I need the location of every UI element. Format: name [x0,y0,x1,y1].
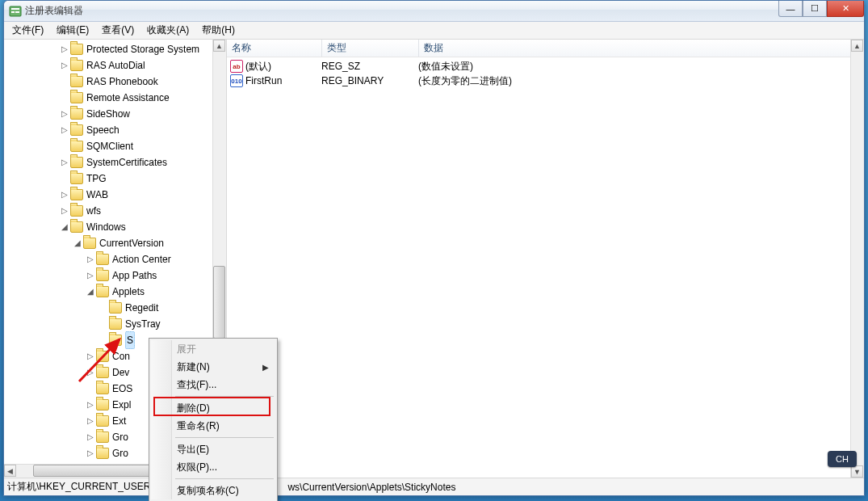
tree-label[interactable]: SideShow [86,106,130,122]
menu-file[interactable]: 文件(F) [6,22,50,39]
folder-icon [70,44,83,55]
cm-export[interactable]: 导出(E) [151,440,275,458]
tree-node[interactable]: ▷App Paths [7,267,226,284]
window-title: 注册表编辑器 [25,4,83,18]
menu-favorites[interactable]: 收藏夹(A) [140,22,195,39]
cm-delete[interactable]: 删除(D) [151,399,275,417]
expand-icon[interactable]: ▷ [85,413,96,429]
tree-label[interactable]: WAB [86,187,108,203]
scroll-down-button[interactable]: ▼ [851,465,863,478]
tree-node[interactable]: ▷TPG [7,171,226,187]
scroll-up-button[interactable]: ▲ [213,40,225,52]
tree-label[interactable]: Protected Storage System [86,41,199,57]
tree-label[interactable]: Windows [86,219,126,235]
scroll-thumb[interactable] [213,266,225,339]
expand-icon[interactable]: ◢ [59,219,70,235]
tree-node[interactable]: ▷Action Center [7,251,226,267]
tree-label[interactable]: Expl [112,397,131,413]
tree-node[interactable]: ▷Protected Storage System [7,41,226,57]
values-scrollbar-vertical[interactable]: ▲ ▼ [850,40,864,478]
ime-indicator[interactable]: CH [828,451,857,467]
tree-node[interactable]: ▷WAB [7,187,226,203]
tree-node[interactable]: ◢CurrentVersion [7,235,226,251]
titlebar[interactable]: 注册表编辑器 — ☐ ✕ [4,1,864,22]
expand-icon[interactable]: ▷ [59,154,70,171]
cm-permissions[interactable]: 权限(P)... [151,458,275,476]
tree-node[interactable]: ▷Remote Assistance [7,90,226,106]
close-button[interactable]: ✕ [827,1,864,17]
tree-label[interactable]: EOS [112,381,132,397]
tree-label[interactable]: Dev [112,364,129,381]
tree-label[interactable]: S [125,331,135,349]
cm-rename[interactable]: 重命名(R) [151,417,275,435]
expand-icon[interactable]: ▷ [59,41,70,57]
expand-icon[interactable]: ▷ [59,187,70,203]
folder-icon [70,173,83,184]
value-type: REG_BINARY [321,75,418,86]
tree-node[interactable]: ◢Applets [7,284,226,300]
menu-help[interactable]: 帮助(H) [195,22,241,39]
tree-label[interactable]: SystemCertificates [86,154,167,171]
scroll-left-button[interactable]: ◀ [4,465,16,477]
expand-icon[interactable]: ▷ [85,251,96,267]
expand-icon[interactable]: ▷ [85,429,96,445]
expand-icon[interactable]: ◢ [72,235,83,251]
tree-label[interactable]: CurrentVersion [99,235,164,251]
tree-label[interactable]: Regedit [125,300,158,316]
expand-icon[interactable]: ◢ [85,284,96,300]
tree-node[interactable]: ▷Speech [7,122,226,138]
tree-label[interactable]: TPG [86,171,107,187]
scroll-up-button[interactable]: ▲ [851,40,863,52]
tree-label[interactable]: Ext [112,413,126,429]
menu-view[interactable]: 查看(V) [95,22,140,39]
expand-icon[interactable]: ▷ [85,348,96,364]
col-name[interactable]: 名称 [227,40,322,57]
tree-label[interactable]: RAS AutoDial [86,57,145,74]
menu-edit[interactable]: 编辑(E) [50,22,95,39]
value-row[interactable]: 010FirstRunREG_BINARY(长度为零的二进制值) [227,74,864,88]
tree-label[interactable]: App Paths [112,267,157,284]
tree-node[interactable]: ▷SideShow [7,106,226,122]
tree-node[interactable]: ▷SystemCertificates [7,154,226,171]
tree-node[interactable]: ▷RAS AutoDial [7,57,226,74]
tree-label[interactable]: Speech [86,122,120,138]
tree-node[interactable]: ▷RAS Phonebook [7,74,226,90]
cm-copy-key-name[interactable]: 复制项名称(C) [151,482,275,499]
cm-expand[interactable]: 展开 [151,340,275,358]
col-type[interactable]: 类型 [322,40,419,57]
tree-label[interactable]: Action Center [112,251,171,267]
maximize-button[interactable]: ☐ [803,1,827,17]
tree-node[interactable]: ▷SysTray [7,316,226,332]
expand-icon[interactable]: ▷ [85,267,96,284]
menubar: 文件(F) 编辑(E) 查看(V) 收藏夹(A) 帮助(H) [4,22,864,40]
tree-label[interactable]: SysTray [125,316,161,332]
expand-icon[interactable]: ▷ [59,122,70,138]
tree-label[interactable]: wfs [86,203,101,219]
expand-icon[interactable]: ▷ [59,106,70,122]
tree-node[interactable]: ▷wfs [7,203,226,219]
scroll-thumb[interactable] [33,465,162,477]
expand-icon[interactable]: ▷ [85,364,96,381]
value-row[interactable]: ab(默认)REG_SZ(数值未设置) [227,59,864,74]
cm-new[interactable]: 新建(N)▶ [151,358,275,376]
cm-find[interactable]: 查找(F)... [151,376,275,394]
col-data[interactable]: 数据 [419,40,864,57]
tree-label[interactable]: Con [112,348,130,364]
expand-icon[interactable]: ▷ [85,445,96,461]
minimize-button[interactable]: — [778,1,803,17]
expand-icon[interactable]: ▷ [59,57,70,74]
tree-node[interactable]: ▷SQMClient [7,138,226,154]
expand-icon[interactable]: ▷ [85,397,96,413]
tree-label[interactable]: Gro [112,445,128,461]
tree-node[interactable]: ◢Windows [7,219,226,235]
tree-label[interactable]: Applets [112,284,145,300]
folder-icon [70,221,83,233]
tree-label[interactable]: SQMClient [86,138,133,154]
values-list[interactable]: ab(默认)REG_SZ(数值未设置)010FirstRunREG_BINARY… [227,57,864,478]
list-header[interactable]: 名称 类型 数据 [227,40,864,57]
tree-node[interactable]: ▷Regedit [7,300,226,316]
expand-icon[interactable]: ▷ [59,203,70,219]
tree-label[interactable]: Gro [112,429,128,445]
tree-label[interactable]: RAS Phonebook [86,74,158,90]
tree-label[interactable]: Remote Assistance [86,90,170,106]
